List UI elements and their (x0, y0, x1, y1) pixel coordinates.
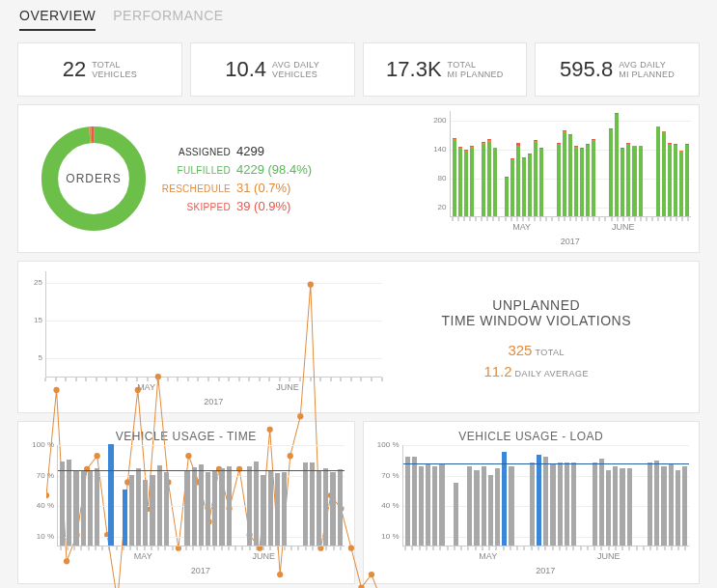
unplanned-total: 325 (508, 342, 532, 358)
unplanned-avg: 11.2 (483, 363, 511, 379)
svg-point-27 (277, 572, 283, 577)
vehicle-usage-time-card: VEHICLE USAGE - TIME 10 %40 %70 %100 % M… (17, 421, 355, 584)
svg-point-4 (46, 492, 49, 498)
kpi-2: 17.3KTOTALMI PLANNED (363, 42, 528, 97)
kpi-3: 595.8AVG DAILYMI PLANNED (535, 42, 700, 97)
orders-donut: ORDERS (26, 111, 161, 246)
kpi-0: 22TOTALVEHICLES (17, 42, 182, 97)
unplanned-line-chart: 51525 MAYJUNE 2017 (26, 271, 382, 406)
svg-point-29 (297, 413, 303, 419)
svg-point-36 (369, 572, 374, 577)
kpi-1: 10.4AVG DAILYVEHICLES (190, 42, 355, 97)
orders-stacked-chart: 2080140200 MAYJUNE 2017 (427, 111, 692, 246)
kpi-row: 22TOTALVEHICLES10.4AVG DAILYVEHICLES17.3… (17, 42, 700, 97)
vehicle-usage-load-card: VEHICLE USAGE - LOAD 10 %40 %70 %100 % M… (363, 421, 701, 584)
svg-point-30 (308, 282, 314, 288)
tab-performance[interactable]: PERFORMANCE (113, 8, 223, 31)
svg-point-26 (267, 427, 273, 433)
orders-legend: ASSIGNED4299FULFILLED4229 (98.4%)RESCHED… (161, 111, 427, 246)
unplanned-summary: UNPLANNEDTIME WINDOW VIOLATIONS 325TOTAL… (382, 271, 691, 406)
orders-title: ORDERS (36, 121, 152, 237)
tab-overview[interactable]: OVERVIEW (19, 8, 96, 31)
tabs: OVERVIEW PERFORMANCE (0, 0, 717, 35)
svg-point-34 (348, 546, 354, 551)
